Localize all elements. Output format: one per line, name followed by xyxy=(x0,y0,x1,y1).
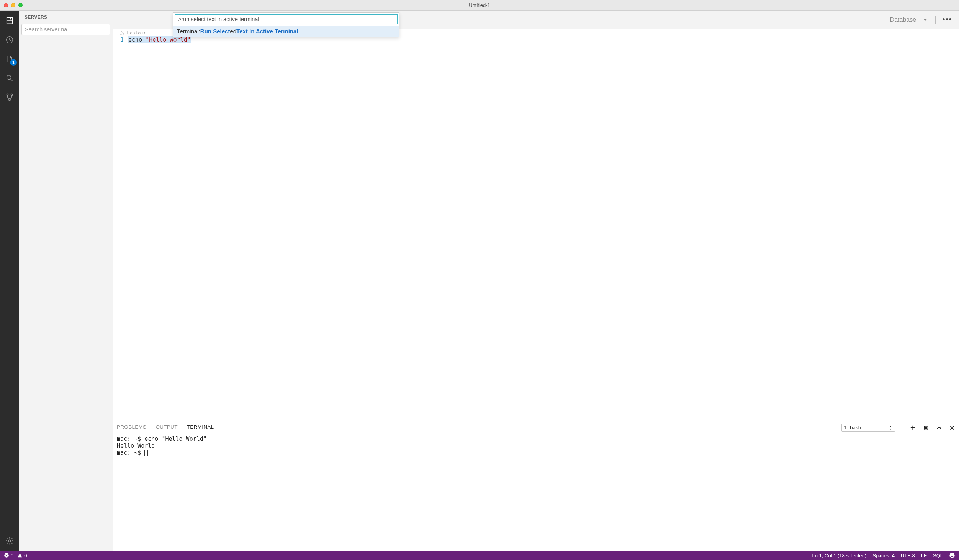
svg-rect-2 xyxy=(10,18,11,20)
terminal-line: Hello World xyxy=(117,442,155,449)
titlebar: Untitled-1 xyxy=(0,0,959,11)
code-lens-label: Explain xyxy=(126,30,147,36)
hierarchy-icon xyxy=(120,31,124,35)
svg-point-30 xyxy=(952,555,953,555)
main-row: 1 SERVERS xyxy=(0,11,959,551)
window-title: Untitled-1 xyxy=(0,2,959,8)
status-eol[interactable]: LF xyxy=(921,553,927,558)
terminal-select[interactable]: 1: bash xyxy=(841,424,895,432)
files-icon[interactable]: 1 xyxy=(3,53,16,65)
terminal-body[interactable]: mac: ~$ echo "Hello World" Hello World m… xyxy=(113,433,959,551)
editor-body: Explain 1 echo "Hello world" PROBLEMS OU… xyxy=(113,29,959,551)
sidebar-panel: SERVERS xyxy=(19,11,113,551)
command-palette-item[interactable]: Terminal: Run Select ed Text In Active T… xyxy=(173,26,399,37)
command-palette-input-wrap xyxy=(175,14,398,24)
palette-item-text: Terminal: xyxy=(177,28,200,34)
database-select[interactable]: Database xyxy=(886,15,932,25)
svg-point-7 xyxy=(11,94,12,95)
search-server-input[interactable] xyxy=(21,24,110,35)
svg-rect-11 xyxy=(120,34,121,35)
svg-point-4 xyxy=(7,75,11,80)
status-feedback[interactable] xyxy=(949,552,955,558)
tab-problems[interactable]: PROBLEMS xyxy=(117,422,146,433)
palette-item-text: Run Select xyxy=(200,28,230,34)
activity-bar: 1 xyxy=(0,11,19,551)
terminal-select-label: 1: bash xyxy=(844,425,861,431)
status-cursor[interactable]: Ln 1, Col 1 (18 selected) xyxy=(812,553,867,558)
sidebar-search xyxy=(21,24,110,35)
status-errors[interactable]: 0 xyxy=(4,553,13,558)
database-select-label: Database xyxy=(890,16,916,23)
terminal-line: mac: ~$ xyxy=(117,449,144,456)
window-controls xyxy=(4,3,23,7)
kill-terminal-button[interactable] xyxy=(923,424,929,431)
editor-column: Database ••• Terminal: Run Select ed Tex… xyxy=(113,11,959,551)
close-icon xyxy=(949,425,955,431)
svg-point-27 xyxy=(20,556,20,557)
smiley-icon xyxy=(949,552,955,558)
source-control-icon[interactable] xyxy=(3,91,16,103)
svg-point-9 xyxy=(8,540,11,542)
line-number: 1 xyxy=(113,36,128,44)
palette-item-text: Text In Active Terminal xyxy=(236,28,298,34)
code-token: "Hello world" xyxy=(146,36,190,43)
error-icon xyxy=(4,553,9,558)
terminal-cursor xyxy=(144,450,148,456)
chevron-down-icon xyxy=(923,18,928,22)
maximize-window-icon[interactable] xyxy=(18,3,23,7)
editor-empty-space[interactable] xyxy=(113,44,959,420)
select-arrows-icon xyxy=(889,425,892,431)
status-encoding[interactable]: UTF-8 xyxy=(901,553,915,558)
terminal-line: mac: ~$ echo "Hello World" xyxy=(117,436,207,442)
svg-point-6 xyxy=(7,94,8,95)
status-bar: 0 0 Ln 1, Col 1 (18 selected) Spaces: 4 … xyxy=(0,551,959,560)
maximize-panel-button[interactable] xyxy=(936,425,942,431)
panel-tabs: PROBLEMS OUTPUT TERMINAL 1: bash xyxy=(113,420,959,433)
command-palette-input[interactable] xyxy=(178,16,394,22)
svg-rect-12 xyxy=(123,34,124,35)
history-icon[interactable] xyxy=(3,34,16,46)
close-panel-button[interactable] xyxy=(949,425,955,431)
command-palette: Terminal: Run Select ed Text In Active T… xyxy=(173,12,399,37)
settings-gear-icon[interactable] xyxy=(3,535,16,547)
warning-icon xyxy=(17,553,23,558)
more-menu-button[interactable]: ••• xyxy=(939,14,955,25)
tab-terminal[interactable]: TERMINAL xyxy=(187,422,214,433)
panel-actions xyxy=(910,424,955,431)
status-language[interactable]: SQL xyxy=(933,553,943,558)
plus-icon xyxy=(910,424,916,431)
tab-output[interactable]: OUTPUT xyxy=(155,422,177,433)
palette-item-text: ed xyxy=(230,28,236,34)
new-terminal-button[interactable] xyxy=(910,424,916,431)
sidebar-header: SERVERS xyxy=(19,11,113,24)
bottom-panel: PROBLEMS OUTPUT TERMINAL 1: bash xyxy=(113,420,959,551)
status-warnings[interactable]: 0 xyxy=(17,553,27,558)
minimize-window-icon[interactable] xyxy=(11,3,15,7)
status-spaces[interactable]: Spaces: 4 xyxy=(872,553,895,558)
svg-rect-10 xyxy=(122,31,123,32)
code-token: echo xyxy=(128,36,146,43)
files-badge: 1 xyxy=(10,59,17,66)
servers-icon[interactable] xyxy=(3,15,16,27)
svg-point-8 xyxy=(9,99,10,100)
svg-line-5 xyxy=(10,79,12,81)
search-icon[interactable] xyxy=(3,72,16,84)
chevron-up-icon xyxy=(936,425,942,431)
trash-icon xyxy=(923,424,929,431)
svg-point-28 xyxy=(949,553,954,558)
close-window-icon[interactable] xyxy=(4,3,8,7)
svg-point-29 xyxy=(951,555,952,555)
status-warnings-count: 0 xyxy=(24,553,27,558)
status-errors-count: 0 xyxy=(11,553,13,558)
